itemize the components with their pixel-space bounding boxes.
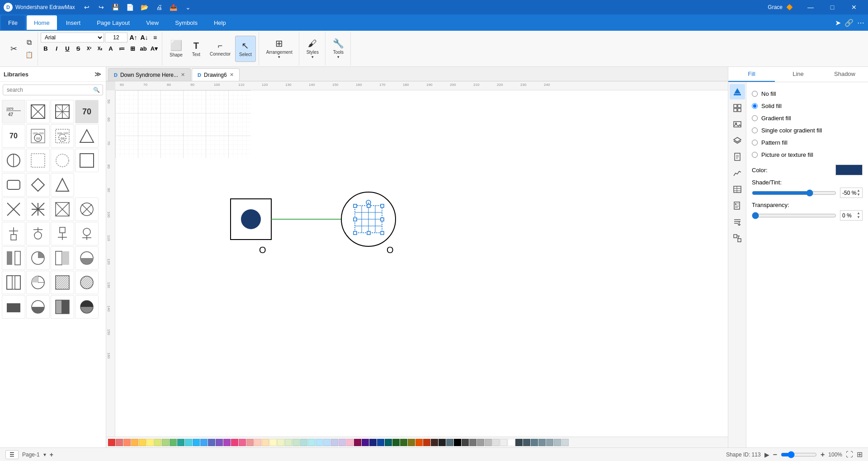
shape-cell[interactable] [75,246,99,270]
color-swatch[interactable] [146,439,154,446]
send-icon[interactable]: ➤ [835,19,841,27]
color-swatch[interactable] [415,439,423,446]
color-swatch[interactable] [531,439,538,446]
strikethrough-button[interactable]: S [73,43,83,53]
symbols-menu[interactable]: Symbols [168,15,205,30]
color-swatch[interactable] [446,439,453,446]
shape-cell[interactable] [26,246,50,270]
color-swatch[interactable] [331,439,338,446]
grid-view-button[interactable]: ⊞ [857,450,863,459]
color-swatch[interactable] [377,439,384,446]
color-swatch[interactable] [554,439,561,446]
file-menu[interactable]: File [1,15,25,30]
color-swatch[interactable] [561,439,569,446]
shadow-tab[interactable]: Shadow [821,67,868,82]
color-swatch[interactable] [485,439,492,446]
fill-icon[interactable] [730,84,745,99]
color-swatch[interactable] [515,439,523,446]
redo-button[interactable]: ↪ [95,1,108,14]
square-shape[interactable]: O [231,199,271,255]
shape-cell[interactable] [51,295,74,319]
fill-color-btn[interactable]: A▾ [149,43,159,53]
share-link-icon[interactable]: 🔗 [844,19,854,27]
open-file-button[interactable]: 📂 [138,1,151,14]
undo-button[interactable]: ↩ [80,1,93,14]
transform-icon[interactable] [730,230,745,246]
shape-cell[interactable] [2,198,25,221]
shape-cell[interactable]: 197047 [2,100,25,123]
shape-cell[interactable] [2,271,25,294]
shape-cell[interactable] [26,149,50,172]
color-swatch[interactable] [292,439,300,446]
color-swatch[interactable] [116,439,123,446]
tab-1[interactable]: D Drawing6 ✕ [192,68,240,81]
color-swatch[interactable] [323,439,330,446]
search-icon[interactable]: 🔍 [93,87,100,93]
font-size-decrease-button[interactable]: A↓ [139,33,149,42]
shape-cell[interactable]: 70 [2,124,25,148]
color-swatch[interactable] [139,439,146,446]
table-icon[interactable] [730,182,745,197]
insert-menu[interactable]: Insert [59,15,88,30]
underline-button[interactable]: U [62,43,72,53]
font-family-select[interactable]: Arial Times New Roman Calibri [41,33,104,42]
select-button[interactable]: ↖ Select [235,36,256,62]
italic-button[interactable]: I [52,43,61,53]
home-menu[interactable]: Home [27,15,57,30]
shape-button[interactable]: ⬜ Shape [166,36,186,62]
single-gradient-option[interactable]: Single color gradient fill [752,124,863,136]
color-swatch[interactable] [477,439,484,446]
texture-fill-option[interactable]: Picture or texture fill [752,149,863,161]
shape-cell[interactable] [75,149,99,172]
shape-cell[interactable] [26,222,50,245]
shape-cell[interactable] [75,124,99,148]
more-button[interactable]: ⌄ [182,1,194,14]
color-swatch[interactable] [354,439,361,446]
color-swatch[interactable] [462,439,469,446]
play-button[interactable]: ▶ [764,451,769,458]
color-swatch[interactable] [277,439,284,446]
no-fill-radio[interactable] [752,91,758,97]
shape-cell[interactable] [2,246,25,270]
shape-cell[interactable] [26,271,50,294]
color-swatch[interactable] [208,439,215,446]
shape-cell[interactable] [51,271,74,294]
shape-cell[interactable] [26,295,50,319]
shape-cell[interactable] [51,198,74,221]
color-swatch[interactable] [154,439,161,446]
color-swatch[interactable] [123,439,131,446]
arrangement-button[interactable]: ⊞ Arrangement ▾ [263,36,296,62]
color-swatch[interactable] [308,439,315,446]
page-list-button[interactable]: ☰ [5,450,19,459]
color-swatch[interactable] [408,439,415,446]
new-file-button[interactable]: 📄 [124,1,137,14]
zoom-slider[interactable] [781,451,817,458]
shape-cell[interactable] [26,198,50,221]
grid-view-icon[interactable] [730,100,745,116]
color-swatch[interactable] [454,439,461,446]
shape-cell[interactable] [75,222,99,245]
shade-slider[interactable] [752,189,836,197]
shape-cell[interactable] [51,222,74,245]
shape-cell[interactable] [75,271,99,294]
color-swatch[interactable] [362,439,369,446]
color-swatch[interactable] [392,439,400,446]
color-swatch[interactable] [177,439,184,446]
canvas-wrapper[interactable]: 60 70 80 90 100 110 120 130 140 150 160 … [106,81,728,437]
list-button[interactable]: ≔ [117,43,127,53]
color-swatch[interactable] [246,439,254,446]
color-swatch[interactable] [369,439,377,446]
color-picker-button[interactable] [835,165,863,175]
tab-close-0[interactable]: ✕ [181,72,185,78]
color-swatch[interactable] [439,439,446,446]
shape-cell[interactable] [51,246,74,270]
transparency-decrease-button[interactable]: ▼ [857,216,860,219]
shape-cell[interactable] [2,149,25,172]
maximize-button[interactable]: □ [822,0,843,14]
minimize-button[interactable]: — [800,0,821,14]
circle-shape-selected[interactable]: O [341,192,396,255]
color-swatch[interactable] [346,439,354,446]
color-swatch[interactable] [239,439,246,446]
fill-tab[interactable]: Fill [728,67,775,82]
drawing-canvas[interactable]: O [115,90,728,437]
